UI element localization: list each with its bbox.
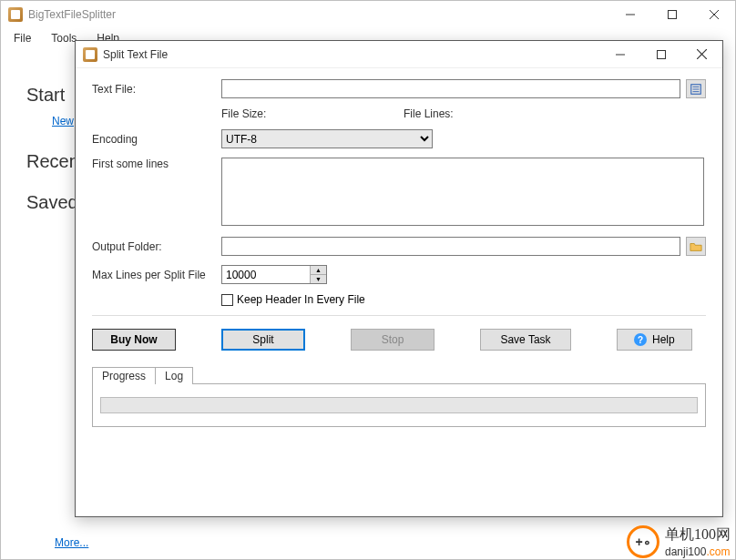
label-max-lines: Max Lines per Split File <box>92 269 221 281</box>
dialog-icon <box>83 47 97 62</box>
stop-label: Stop <box>382 333 404 346</box>
buy-now-label: Buy Now <box>110 333 157 346</box>
progress-bar <box>100 397 698 413</box>
minimize-button[interactable] <box>609 1 651 28</box>
label-encoding: Encoding <box>92 133 221 146</box>
split-button[interactable]: Split <box>221 329 305 351</box>
menu-file[interactable]: File <box>8 30 36 46</box>
dialog-maximize-button[interactable] <box>640 41 681 68</box>
tabs: Progress Log <box>92 367 706 427</box>
label-first-lines: First some lines <box>92 158 221 170</box>
link-more[interactable]: More... <box>55 536 88 549</box>
tab-log[interactable]: Log <box>155 367 193 384</box>
watermark-url-a: danji100 <box>665 545 706 558</box>
watermark-cn: 单机100网 <box>665 525 731 545</box>
watermark: +∘ 单机100网 danji100.com <box>627 525 731 558</box>
help-label: Help <box>652 333 675 346</box>
help-icon: ? <box>634 333 647 346</box>
label-keep-header: Keep Header In Every File <box>237 293 365 306</box>
encoding-select[interactable]: UTF-8 <box>221 129 433 148</box>
spinner-down-button[interactable]: ▼ <box>311 275 326 283</box>
keep-header-checkbox[interactable] <box>221 294 233 306</box>
close-button[interactable] <box>693 1 735 28</box>
split-label: Split <box>252 333 273 346</box>
app-icon <box>8 7 23 22</box>
buy-now-button[interactable]: Buy Now <box>92 329 176 351</box>
stop-button[interactable]: Stop <box>351 329 434 351</box>
browse-output-folder-button[interactable] <box>686 237 706 256</box>
folder-open-icon <box>690 240 702 253</box>
dialog-minimize-button[interactable] <box>599 41 640 68</box>
max-lines-spinner[interactable]: ▲ ▼ <box>221 265 327 284</box>
dialog-close-button[interactable] <box>681 41 722 68</box>
output-folder-input[interactable] <box>221 237 680 256</box>
main-window-controls <box>609 1 735 28</box>
dialog-body: Text File: File Size: File Lines: Encodi… <box>76 68 722 438</box>
file-open-icon <box>690 83 702 96</box>
dialog-title: Split Text File <box>103 48 168 61</box>
watermark-url-b: .com <box>706 545 730 558</box>
dialog-titlebar[interactable]: Split Text File <box>76 41 722 68</box>
first-lines-textarea[interactable] <box>221 158 704 226</box>
tab-progress[interactable]: Progress <box>92 367 156 384</box>
browse-text-file-button[interactable] <box>686 79 706 98</box>
divider <box>92 315 706 316</box>
svg-rect-1 <box>669 11 677 19</box>
maximize-button[interactable] <box>651 1 693 28</box>
text-file-input[interactable] <box>221 79 680 98</box>
main-titlebar: BigTextFileSplitter <box>1 1 735 28</box>
svg-rect-5 <box>657 50 665 58</box>
save-task-label: Save Task <box>500 333 550 346</box>
label-file-size: File Size: <box>221 107 404 120</box>
link-new[interactable]: New <box>52 115 74 127</box>
help-button[interactable]: ? Help <box>617 329 692 351</box>
watermark-logo-icon: +∘ <box>627 525 659 558</box>
label-file-lines: File Lines: <box>404 107 454 120</box>
spinner-up-button[interactable]: ▲ <box>311 266 326 275</box>
label-output-folder: Output Folder: <box>92 240 221 253</box>
dialog-window-controls <box>599 41 722 68</box>
split-dialog: Split Text File Text File: File Size: Fi… <box>75 40 723 517</box>
app-title: BigTextFileSplitter <box>28 8 116 21</box>
tab-content-progress <box>92 383 706 427</box>
label-text-file: Text File: <box>92 83 221 96</box>
save-task-button[interactable]: Save Task <box>480 329 571 351</box>
watermark-url: danji100.com <box>665 545 731 558</box>
max-lines-input[interactable] <box>222 266 310 283</box>
watermark-text-block: 单机100网 danji100.com <box>665 525 731 558</box>
